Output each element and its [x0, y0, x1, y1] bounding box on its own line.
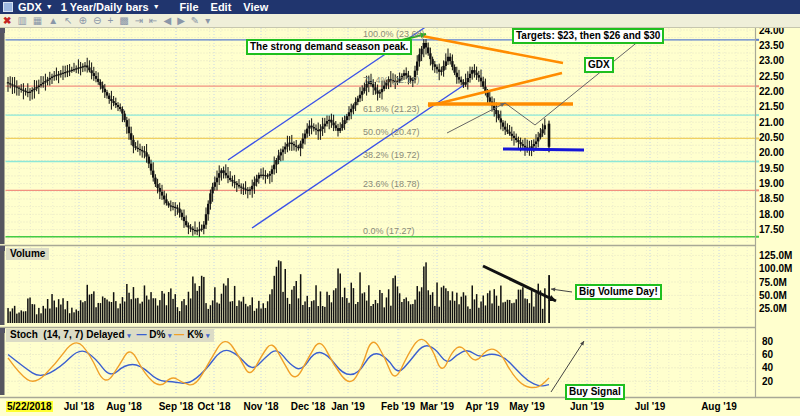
candlestick-chart-icon[interactable]: ▥	[17, 15, 26, 27]
targets-annotation[interactable]: Targets: $23, then $26 and $30	[512, 28, 664, 44]
stoch-d-label: D%	[149, 329, 165, 340]
step-forward-icon[interactable]: ⇥	[135, 15, 143, 27]
zoom-out-icon[interactable]: ⊖	[93, 15, 101, 27]
stoch-k-dropdown-icon[interactable]: ▾	[206, 332, 210, 339]
month-axis-label: Aug '18	[106, 401, 142, 412]
fib-level-label: 23.6% (18.78)	[363, 179, 420, 189]
area-chart-icon[interactable]: ▲	[48, 15, 58, 27]
bar-chart-icon[interactable]: ▦	[33, 15, 42, 27]
volume-axis-label: 125.0M	[759, 250, 792, 261]
toolbar: ✖▥▦▲↖⊕⊖+▩⇥⇤◀▶✎▾	[0, 14, 800, 28]
peak-annotation[interactable]: The strong demand season peak.	[246, 39, 412, 55]
price-axis-label: 22.50	[759, 71, 784, 82]
price-axis-label: 23.00	[759, 55, 784, 66]
month-axis-label: Aug '19	[701, 401, 737, 412]
month-axis-label: Apr '19	[465, 401, 499, 412]
fib-level-label: 38.2% (19.72)	[363, 150, 420, 160]
price-axis-label: 20.50	[759, 132, 784, 143]
zoom-in-icon[interactable]: ⊕	[79, 15, 87, 27]
volume-axis-label: 25.0M	[759, 303, 787, 314]
close-icon[interactable]: ✖	[3, 15, 11, 27]
volume-axis-label: 75.0M	[759, 277, 787, 288]
chart-canvas[interactable]	[0, 0, 800, 416]
stoch-axis-label: 60	[762, 349, 773, 360]
price-axis-label: 18.00	[759, 209, 784, 220]
month-axis-label: Jul '18	[64, 401, 95, 412]
pan-right-icon[interactable]: ▶	[177, 15, 185, 27]
stoch-params: (14, 7, 7)	[43, 329, 83, 340]
stoch-axis-label: 20	[762, 376, 773, 387]
month-axis-label: Jan '19	[331, 401, 365, 412]
fib-level-label: 76.4% (22.17)	[363, 75, 420, 85]
month-axis-label: Dec '18	[291, 401, 326, 412]
pointer-icon[interactable]: ↖	[64, 15, 72, 27]
stoch-k-label: K%	[187, 329, 203, 340]
fib-level-label: 100.0% (23.68)	[363, 29, 425, 39]
volume-panel-label-text: Volume	[10, 248, 45, 259]
month-axis-label: Feb '19	[381, 401, 415, 412]
stoch-d-line-swatch: —	[136, 329, 146, 340]
price-axis-label: 20.00	[759, 147, 784, 158]
symbol-annotation[interactable]: GDX	[584, 57, 614, 73]
main-panel-collapse-button[interactable]	[0, 28, 5, 33]
menu-view[interactable]: View	[243, 1, 268, 13]
month-axis-label: Jun '19	[570, 401, 604, 412]
stoch-k-line-swatch: —	[174, 329, 184, 340]
title-bar: GDX ▼ 1 Year/Daily bars ▼ File Edit View	[0, 0, 800, 14]
fib-level-label: 61.8% (21.23)	[363, 104, 420, 114]
pan-left-icon[interactable]: ◀	[163, 15, 171, 27]
period-dropdown-icon[interactable]: ▼	[153, 3, 160, 10]
price-axis-label: 23.50	[759, 40, 784, 51]
price-axis-label: 17.50	[759, 224, 784, 235]
price-axis-label: 19.50	[759, 163, 784, 174]
volume-axis-label: 50.0M	[759, 290, 787, 301]
crosshair-icon[interactable]: +	[107, 15, 113, 27]
fib-level-label: 50.0% (20.47)	[363, 127, 420, 137]
stoch-d-dropdown-icon[interactable]: ▾	[168, 332, 172, 339]
menu-file[interactable]: File	[180, 1, 199, 13]
step-back-icon[interactable]: ⇤	[149, 15, 157, 27]
volume-panel-label: Volume	[6, 248, 49, 260]
stoch-axis-label: 80	[762, 336, 773, 347]
chart-app-window: GDX ▼ 1 Year/Daily bars ▼ File Edit View…	[0, 0, 800, 416]
price-axis-label: 21.00	[759, 117, 784, 128]
price-axis-label: 19.00	[759, 178, 784, 189]
stoch-panel-collapse-button[interactable]	[0, 328, 5, 333]
buy-signal-annotation[interactable]: Buy Signal	[565, 384, 625, 400]
month-axis-label: Jul '19	[635, 401, 666, 412]
volume-axis-label: 100.0M	[759, 263, 792, 274]
axis-start-date: 5/22/2018	[6, 401, 53, 412]
month-axis-label: Sep '18	[159, 401, 194, 412]
stoch-delayed-label: Delayed	[86, 329, 124, 340]
month-axis-label: May '19	[509, 401, 545, 412]
drawing-tools-icon[interactable]: ✎	[191, 15, 199, 27]
period-selector[interactable]: 1 Year/Daily bars	[61, 1, 149, 13]
annotate-icon[interactable]: ▩	[119, 15, 128, 27]
tools-dropdown-icon[interactable]: ▾	[205, 15, 210, 27]
price-axis-label: 22.00	[759, 86, 784, 97]
month-axis-label: Oct '18	[198, 401, 231, 412]
stoch-dropdown-icon[interactable]: ▾	[127, 332, 131, 339]
ticker-dropdown-icon[interactable]: ▼	[46, 3, 53, 10]
month-axis-label: Nov '18	[243, 401, 278, 412]
price-axis-label: 21.50	[759, 101, 784, 112]
big-volume-annotation[interactable]: Big Volume Day!	[575, 284, 662, 300]
app-icon	[3, 2, 13, 12]
price-axis-label: 18.50	[759, 193, 784, 204]
menu-edit[interactable]: Edit	[211, 1, 232, 13]
stoch-axis-label: 40	[762, 362, 773, 373]
ticker-selector[interactable]: GDX	[18, 1, 42, 13]
fib-level-label: 0.0% (17.27)	[363, 226, 415, 236]
stoch-label: Stoch	[10, 329, 38, 340]
stoch-panel-header: Stoch (14, 7, 7) Delayed ▾ — D% ▾ — K% ▾	[6, 329, 214, 342]
volume-panel-collapse-button[interactable]	[0, 246, 5, 251]
month-axis-label: Mar '19	[420, 401, 454, 412]
